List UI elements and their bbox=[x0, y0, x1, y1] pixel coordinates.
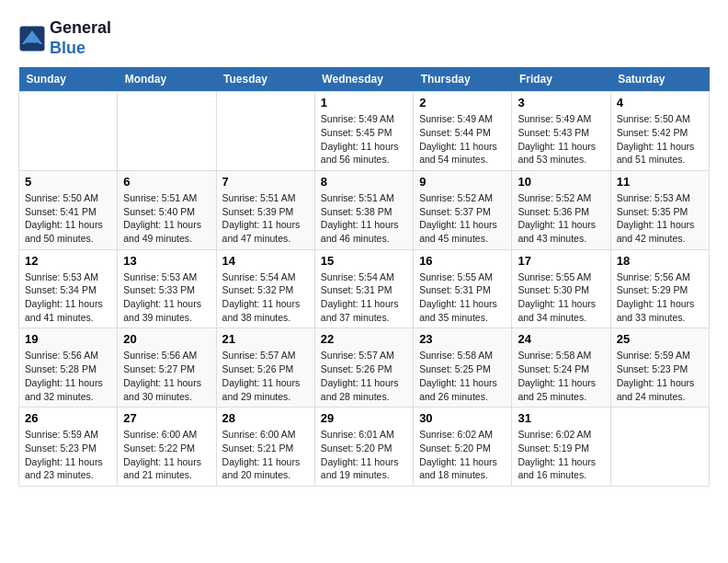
calendar-cell bbox=[610, 408, 709, 487]
day-info: Sunrise: 5:49 AMSunset: 5:45 PMDaylight:… bbox=[321, 112, 407, 167]
calendar-cell: 1Sunrise: 5:49 AMSunset: 5:45 PMDaylight… bbox=[314, 92, 413, 171]
calendar-cell: 20Sunrise: 5:56 AMSunset: 5:27 PMDayligh… bbox=[118, 328, 216, 408]
day-info: Sunrise: 5:53 AMSunset: 5:35 PMDaylight:… bbox=[617, 191, 703, 246]
calendar-cell: 17Sunrise: 5:55 AMSunset: 5:30 PMDayligh… bbox=[512, 249, 610, 328]
day-info: Sunrise: 5:52 AMSunset: 5:36 PMDaylight:… bbox=[518, 191, 604, 246]
calendar-cell: 29Sunrise: 6:01 AMSunset: 5:20 PMDayligh… bbox=[314, 408, 413, 487]
svg-rect-2 bbox=[26, 42, 40, 48]
day-number: 15 bbox=[321, 254, 407, 268]
calendar-cell: 25Sunrise: 5:59 AMSunset: 5:23 PMDayligh… bbox=[610, 328, 709, 408]
day-info: Sunrise: 5:57 AMSunset: 5:26 PMDaylight:… bbox=[321, 349, 407, 403]
weekday-header: Tuesday bbox=[216, 67, 314, 92]
calendar-cell bbox=[118, 92, 216, 171]
weekday-header: Saturday bbox=[610, 67, 709, 92]
day-number: 24 bbox=[518, 332, 604, 346]
calendar-cell: 5Sunrise: 5:50 AMSunset: 5:41 PMDaylight… bbox=[19, 170, 118, 249]
calendar-cell: 21Sunrise: 5:57 AMSunset: 5:26 PMDayligh… bbox=[216, 328, 314, 408]
calendar-cell: 15Sunrise: 5:54 AMSunset: 5:31 PMDayligh… bbox=[314, 249, 413, 328]
day-info: Sunrise: 5:50 AMSunset: 5:42 PMDaylight:… bbox=[617, 112, 703, 167]
day-number: 3 bbox=[518, 96, 604, 109]
calendar-week-row: 5Sunrise: 5:50 AMSunset: 5:41 PMDaylight… bbox=[19, 170, 710, 249]
day-info: Sunrise: 5:51 AMSunset: 5:40 PMDaylight:… bbox=[123, 191, 210, 246]
logo-text: General Blue bbox=[50, 18, 111, 58]
day-info: Sunrise: 5:55 AMSunset: 5:30 PMDaylight:… bbox=[518, 270, 604, 325]
day-number: 21 bbox=[222, 332, 309, 346]
calendar-cell: 12Sunrise: 5:53 AMSunset: 5:34 PMDayligh… bbox=[19, 249, 118, 328]
day-number: 1 bbox=[321, 96, 407, 109]
day-info: Sunrise: 5:50 AMSunset: 5:41 PMDaylight:… bbox=[25, 191, 111, 246]
day-info: Sunrise: 6:02 AMSunset: 5:19 PMDaylight:… bbox=[518, 428, 604, 482]
calendar-cell: 14Sunrise: 5:54 AMSunset: 5:32 PMDayligh… bbox=[216, 249, 314, 328]
day-number: 14 bbox=[222, 254, 309, 268]
calendar-cell: 11Sunrise: 5:53 AMSunset: 5:35 PMDayligh… bbox=[610, 170, 709, 249]
day-info: Sunrise: 6:02 AMSunset: 5:20 PMDaylight:… bbox=[419, 428, 506, 482]
calendar-cell: 8Sunrise: 5:51 AMSunset: 5:38 PMDaylight… bbox=[314, 170, 413, 249]
weekday-header: Thursday bbox=[414, 67, 512, 92]
day-info: Sunrise: 6:01 AMSunset: 5:20 PMDaylight:… bbox=[321, 428, 407, 482]
day-number: 18 bbox=[617, 254, 703, 268]
weekday-header-row: SundayMondayTuesdayWednesdayThursdayFrid… bbox=[19, 67, 710, 92]
calendar-cell bbox=[19, 92, 118, 171]
calendar-cell: 2Sunrise: 5:49 AMSunset: 5:44 PMDaylight… bbox=[414, 92, 512, 171]
day-number: 19 bbox=[25, 332, 111, 346]
day-number: 4 bbox=[617, 96, 703, 109]
day-info: Sunrise: 5:58 AMSunset: 5:25 PMDaylight:… bbox=[419, 349, 506, 403]
calendar-cell: 26Sunrise: 5:59 AMSunset: 5:23 PMDayligh… bbox=[19, 408, 118, 487]
day-number: 9 bbox=[419, 175, 506, 189]
day-info: Sunrise: 5:58 AMSunset: 5:24 PMDaylight:… bbox=[518, 349, 604, 403]
calendar-cell: 7Sunrise: 5:51 AMSunset: 5:39 PMDaylight… bbox=[216, 170, 314, 249]
day-info: Sunrise: 5:52 AMSunset: 5:37 PMDaylight:… bbox=[419, 191, 506, 246]
calendar-table: SundayMondayTuesdayWednesdayThursdayFrid… bbox=[18, 67, 710, 487]
day-info: Sunrise: 6:00 AMSunset: 5:21 PMDaylight:… bbox=[222, 428, 309, 482]
logo-icon bbox=[18, 25, 46, 52]
day-info: Sunrise: 5:49 AMSunset: 5:44 PMDaylight:… bbox=[419, 112, 506, 167]
day-number: 22 bbox=[321, 332, 407, 346]
calendar-cell: 31Sunrise: 6:02 AMSunset: 5:19 PMDayligh… bbox=[512, 408, 610, 487]
calendar-cell: 16Sunrise: 5:55 AMSunset: 5:31 PMDayligh… bbox=[414, 249, 512, 328]
day-info: Sunrise: 5:51 AMSunset: 5:39 PMDaylight:… bbox=[222, 191, 309, 246]
calendar-cell: 13Sunrise: 5:53 AMSunset: 5:33 PMDayligh… bbox=[118, 249, 216, 328]
day-number: 25 bbox=[617, 332, 703, 346]
day-info: Sunrise: 5:54 AMSunset: 5:31 PMDaylight:… bbox=[321, 270, 407, 325]
calendar-cell: 9Sunrise: 5:52 AMSunset: 5:37 PMDaylight… bbox=[414, 170, 512, 249]
page-header: General Blue bbox=[18, 18, 710, 58]
day-number: 17 bbox=[518, 254, 604, 268]
day-number: 7 bbox=[222, 175, 309, 189]
weekday-header: Monday bbox=[118, 67, 216, 92]
day-number: 23 bbox=[419, 332, 506, 346]
day-number: 12 bbox=[25, 254, 111, 268]
day-info: Sunrise: 5:56 AMSunset: 5:27 PMDaylight:… bbox=[123, 349, 210, 403]
calendar-cell: 28Sunrise: 6:00 AMSunset: 5:21 PMDayligh… bbox=[216, 408, 314, 487]
day-info: Sunrise: 5:49 AMSunset: 5:43 PMDaylight:… bbox=[518, 112, 604, 167]
day-number: 10 bbox=[518, 175, 604, 189]
calendar-cell: 23Sunrise: 5:58 AMSunset: 5:25 PMDayligh… bbox=[414, 328, 512, 408]
day-info: Sunrise: 5:53 AMSunset: 5:33 PMDaylight:… bbox=[123, 270, 210, 325]
day-number: 29 bbox=[321, 411, 407, 425]
day-info: Sunrise: 5:56 AMSunset: 5:29 PMDaylight:… bbox=[617, 270, 703, 325]
weekday-header: Friday bbox=[512, 67, 610, 92]
calendar-cell: 19Sunrise: 5:56 AMSunset: 5:28 PMDayligh… bbox=[19, 328, 118, 408]
day-number: 30 bbox=[419, 411, 506, 425]
day-number: 20 bbox=[123, 332, 210, 346]
day-number: 5 bbox=[25, 175, 111, 189]
day-number: 28 bbox=[222, 411, 309, 425]
day-number: 16 bbox=[419, 254, 506, 268]
day-number: 11 bbox=[617, 175, 703, 189]
day-number: 13 bbox=[123, 254, 210, 268]
calendar-cell: 27Sunrise: 6:00 AMSunset: 5:22 PMDayligh… bbox=[118, 408, 216, 487]
day-number: 26 bbox=[25, 411, 111, 425]
calendar-week-row: 19Sunrise: 5:56 AMSunset: 5:28 PMDayligh… bbox=[19, 328, 710, 408]
calendar-cell: 18Sunrise: 5:56 AMSunset: 5:29 PMDayligh… bbox=[610, 249, 709, 328]
calendar-week-row: 26Sunrise: 5:59 AMSunset: 5:23 PMDayligh… bbox=[19, 408, 710, 487]
day-info: Sunrise: 5:59 AMSunset: 5:23 PMDaylight:… bbox=[25, 428, 111, 482]
day-info: Sunrise: 5:56 AMSunset: 5:28 PMDaylight:… bbox=[25, 349, 111, 403]
calendar-cell: 3Sunrise: 5:49 AMSunset: 5:43 PMDaylight… bbox=[512, 92, 610, 171]
day-number: 27 bbox=[123, 411, 210, 425]
logo: General Blue bbox=[18, 18, 111, 58]
day-info: Sunrise: 5:51 AMSunset: 5:38 PMDaylight:… bbox=[321, 191, 407, 246]
weekday-header: Sunday bbox=[19, 67, 118, 92]
calendar-cell: 10Sunrise: 5:52 AMSunset: 5:36 PMDayligh… bbox=[512, 170, 610, 249]
calendar-cell: 24Sunrise: 5:58 AMSunset: 5:24 PMDayligh… bbox=[512, 328, 610, 408]
calendar-cell: 22Sunrise: 5:57 AMSunset: 5:26 PMDayligh… bbox=[314, 328, 413, 408]
day-info: Sunrise: 5:55 AMSunset: 5:31 PMDaylight:… bbox=[419, 270, 506, 325]
